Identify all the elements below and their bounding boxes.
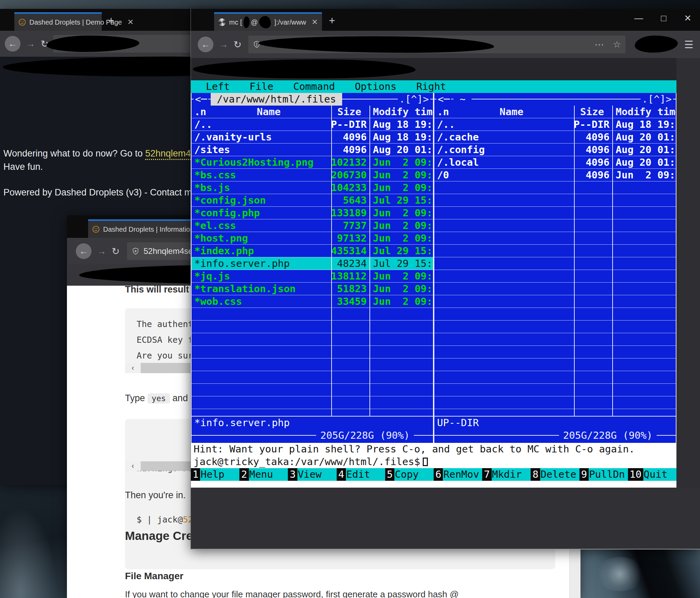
column-name[interactable]: Name: [206, 106, 331, 118]
panel-arrow[interactable]: <─: [436, 93, 451, 106]
file-row[interactable]: /.. UP--DIR Aug 18 19:48: [434, 118, 676, 131]
back-button[interactable]: ←: [76, 243, 92, 259]
right-panel-disk-usage: 205G/228G (90%): [559, 429, 657, 442]
file-modify-time: Jun 2 09:07: [612, 169, 676, 181]
browser-window-mc: mc [ @ ]:/var/www ✕ + — □ ✕ ← → ↻: [191, 9, 700, 549]
right-panel-empty: [434, 181, 676, 416]
function-key[interactable]: 6 RenMov: [434, 468, 482, 481]
file-manager-paragraph: If you want to change your file manager …: [125, 589, 459, 598]
back-button[interactable]: ←: [198, 37, 213, 52]
right-panel-path[interactable]: ~: [453, 93, 472, 106]
file-row[interactable]: *bs.js 104233 Jun 2 09:07: [192, 181, 433, 194]
function-key[interactable]: 9 PullDn: [579, 468, 628, 481]
demo-line-1: Wondering what to do now? Go to 52hnqlem…: [3, 147, 213, 160]
tab-close-icon[interactable]: ✕: [127, 18, 134, 27]
file-row[interactable]: /.config 4096 Aug 20 01:29: [434, 144, 676, 156]
scroll-left-icon[interactable]: ‹: [125, 364, 141, 372]
file-row[interactable]: *info.server.php 48234 Jul 29 15:24: [192, 257, 433, 270]
window-filler-bottom: [191, 488, 700, 549]
mc-menu-item[interactable]: File: [250, 80, 274, 93]
panel-arrow[interactable]: <─: [194, 93, 208, 106]
left-panel-empty: [192, 308, 433, 416]
column-modify-time[interactable]: Modify time: [612, 106, 676, 118]
mc-function-key-bar: 1 Help 2 Menu 3 View 4 Edit 5 Copy 6 Ren…: [191, 468, 676, 481]
minimize-button[interactable]: —: [634, 13, 643, 24]
back-button[interactable]: ←: [5, 36, 20, 52]
file-row[interactable]: *jq.js 138112 Jun 2 09:07: [192, 270, 433, 283]
function-key[interactable]: 4 Edit: [337, 468, 385, 481]
file-name: /..: [434, 118, 574, 131]
new-tab-button[interactable]: +: [329, 15, 335, 26]
function-key[interactable]: 10 Quit: [628, 468, 676, 481]
right-panel-header: .nName Size Modify time: [434, 106, 676, 118]
function-key-number: 3: [288, 468, 297, 481]
file-size: 4096: [574, 144, 612, 156]
new-tab-button[interactable]: +: [108, 15, 114, 26]
file-size: 97132: [331, 232, 369, 244]
face-favicon-icon: [92, 226, 100, 233]
file-name: *jq.js: [192, 270, 331, 283]
file-row[interactable]: *translation.json 51823 Jun 2 09:07: [192, 283, 433, 295]
file-row[interactable]: /.. UP--DIR Aug 18 19:48: [192, 118, 433, 131]
function-key-number: 5: [385, 468, 394, 481]
mc-menu-item[interactable]: Options: [355, 80, 396, 93]
mc-menu-item[interactable]: Left: [206, 80, 230, 93]
sort-indicator[interactable]: .n: [437, 106, 449, 118]
maximize-button[interactable]: □: [661, 13, 666, 24]
scroll-left-icon[interactable]: ‹: [125, 462, 141, 471]
column-modify-time[interactable]: Modify time: [369, 106, 433, 118]
forward-button[interactable]: →: [219, 39, 228, 50]
function-key[interactable]: 2 Menu: [239, 468, 288, 481]
panel-corner[interactable]: .[^]>: [398, 93, 430, 106]
tab-demo-page[interactable]: Dashed Droplets | Demo Page ✕: [14, 12, 102, 31]
close-button[interactable]: ✕: [684, 13, 691, 24]
url-bar[interactable]: ⋯ ☆: [248, 36, 626, 53]
hamburger-menu-icon[interactable]: ☰: [684, 39, 694, 51]
function-key[interactable]: 5 Copy: [385, 468, 434, 481]
function-key[interactable]: 1 Help: [191, 468, 239, 481]
tab-close-icon[interactable]: ✕: [312, 18, 318, 27]
mc-shell-prompt[interactable]: jack@tricky_taka:/var/www/html/.files$: [191, 456, 676, 468]
file-row[interactable]: /sites 4096 Aug 20 01:29: [192, 144, 433, 156]
bookmark-star-icon[interactable]: ☆: [613, 39, 621, 50]
function-key-number: 4: [337, 468, 346, 481]
mc-menu-bar: LeftFileCommandOptionsRight: [191, 80, 676, 93]
tab-mc[interactable]: mc [ @ ]:/var/www ✕: [214, 12, 322, 31]
mc-menu-item[interactable]: Command: [293, 80, 335, 93]
forward-button[interactable]: →: [97, 246, 106, 257]
file-row[interactable]: *config.json 5643 Jul 29 15:26: [192, 194, 433, 207]
file-row[interactable]: /.cache 4096 Aug 20 01:29: [434, 131, 676, 144]
file-size: 4096: [331, 131, 369, 143]
function-key-label: View: [297, 468, 322, 481]
column-size[interactable]: Size: [331, 106, 369, 118]
file-row[interactable]: *wob.css 33459 Jun 2 09:07: [192, 295, 433, 308]
tab-title-suffix: ]:/var/www: [274, 18, 306, 26]
left-panel-bottom: 205G/228G (90%): [192, 429, 433, 443]
type-prefix: Type: [125, 393, 148, 403]
file-row[interactable]: *host.png 97132 Jun 2 09:07: [192, 232, 433, 245]
panel-corner[interactable]: .[^]>: [641, 93, 673, 106]
file-name: *index.php: [192, 245, 331, 257]
column-size[interactable]: Size: [574, 106, 612, 118]
function-key[interactable]: 8 Delete: [531, 468, 579, 481]
left-panel-path[interactable]: /var/www/html/.files: [211, 93, 342, 106]
sort-indicator[interactable]: .n: [194, 106, 206, 118]
file-row[interactable]: /0 4096 Jun 2 09:07: [434, 169, 676, 181]
more-options-icon[interactable]: ⋯: [594, 39, 604, 50]
function-key[interactable]: 3 View: [288, 468, 336, 481]
mc-menu-item[interactable]: Right: [416, 80, 446, 93]
tab-title-at: @: [251, 18, 258, 26]
file-row[interactable]: *el.css 7737 Jun 2 09:07: [192, 219, 433, 232]
forward-button[interactable]: →: [26, 39, 35, 49]
function-key[interactable]: 7 Mkdir: [482, 468, 531, 481]
file-modify-time: Aug 20 01:29: [612, 131, 676, 143]
file-row[interactable]: *Curious2Hosting.png 102132 Jun 2 09:07: [192, 156, 433, 169]
file-row[interactable]: /.local 4096 Aug 20 01:29: [434, 156, 676, 169]
reload-button[interactable]: ↻: [234, 39, 241, 50]
reload-button[interactable]: ↻: [112, 246, 120, 257]
file-row[interactable]: *bs.css 206730 Jun 2 09:07: [192, 169, 433, 181]
file-row[interactable]: /.vanity-urls 4096 Aug 18 19:48: [192, 131, 433, 144]
column-name[interactable]: Name: [449, 106, 574, 118]
file-row[interactable]: *config.php 133189 Jun 2 09:29: [192, 207, 433, 219]
file-row[interactable]: *index.php 435314 Jul 29 15:25: [192, 245, 433, 257]
